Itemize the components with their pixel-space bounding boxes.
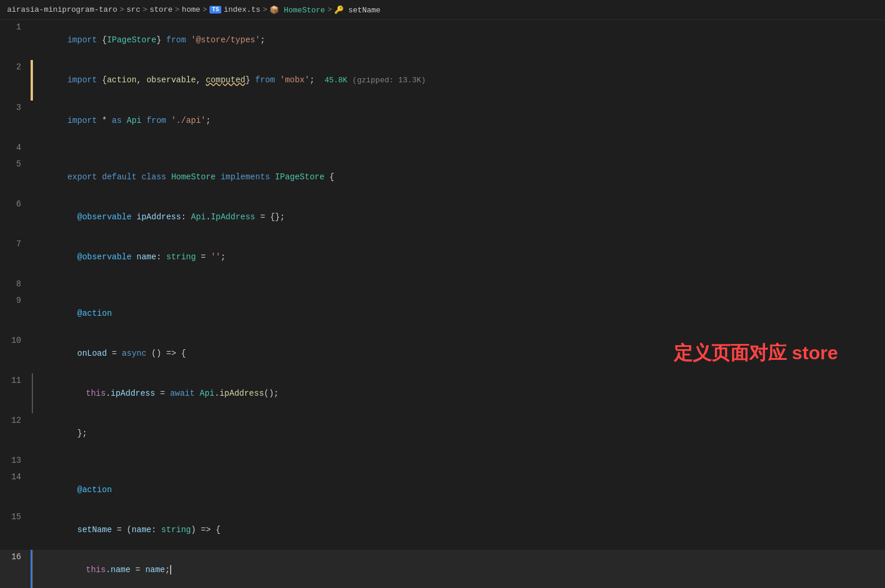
breadcrumb-item-setname[interactable]: 🔑 setName bbox=[334, 5, 380, 15]
line-code-12: }; bbox=[33, 413, 885, 453]
ts-badge: TS bbox=[209, 6, 221, 14]
code-line-15: 15 setName = (name: string) => { bbox=[0, 510, 885, 550]
line-number-4: 4 bbox=[0, 141, 31, 157]
breadcrumb-sep-6: > bbox=[327, 5, 332, 14]
line-number-8: 8 bbox=[0, 277, 31, 293]
line-number-1: 1 bbox=[0, 20, 31, 60]
line-number-13: 13 bbox=[0, 453, 31, 470]
breadcrumb-item-home[interactable]: home bbox=[182, 5, 200, 14]
code-line-5: 5 export default class HomeStore impleme… bbox=[0, 157, 885, 197]
code-line-6: 6 @observable ipAddress: Api.IpAddress =… bbox=[0, 197, 885, 237]
code-line-9: 9 @action bbox=[0, 293, 885, 333]
line-code-1: import {IPageStore} from '@store/types'; bbox=[33, 20, 885, 60]
breadcrumb-item-store[interactable]: store bbox=[149, 5, 172, 14]
line-code-8 bbox=[33, 277, 885, 293]
line-number-10: 10 bbox=[0, 333, 31, 373]
line-number-12: 12 bbox=[0, 413, 31, 453]
line-code-3: import * as Api from './api'; bbox=[33, 101, 885, 141]
breadcrumb-sep-1: > bbox=[119, 5, 124, 14]
line-code-5: export default class HomeStore implement… bbox=[33, 157, 885, 197]
code-line-4: 4 bbox=[0, 141, 885, 157]
line-number-9: 9 bbox=[0, 293, 31, 333]
code-line-13: 13 bbox=[0, 453, 885, 470]
line-code-13 bbox=[33, 453, 885, 470]
line-code-15: setName = (name: string) => { bbox=[33, 510, 885, 550]
breadcrumb-sep-5: > bbox=[263, 5, 268, 14]
code-line-1: 1 import {IPageStore} from '@store/types… bbox=[0, 20, 885, 60]
line-code-14: @action bbox=[33, 470, 885, 510]
breadcrumb-sep-3: > bbox=[175, 5, 179, 14]
code-line-2: 2 import {action, observable, computed} … bbox=[0, 60, 885, 101]
code-line-11: 11 this.ipAddress = await Api.ipAddress(… bbox=[0, 373, 885, 413]
breadcrumb-sep-2: > bbox=[142, 5, 147, 14]
line-number-2: 2 bbox=[0, 60, 31, 101]
line-number-16: 16 bbox=[0, 550, 31, 588]
line-number-5: 5 bbox=[0, 157, 31, 197]
line-code-7: @observable name: string = ''; bbox=[33, 237, 885, 277]
breadcrumb-item-file[interactable]: TS index.ts bbox=[209, 5, 260, 14]
line-number-3: 3 bbox=[0, 101, 31, 141]
line-code-9: @action bbox=[33, 293, 885, 333]
line-code-2: import {action, observable, computed} fr… bbox=[33, 60, 885, 101]
breadcrumb-item-project[interactable]: airasia-miniprogram-taro bbox=[7, 5, 117, 14]
line-number-15: 15 bbox=[0, 510, 31, 550]
code-line-7: 7 @observable name: string = ''; bbox=[0, 237, 885, 277]
line-code-16: this.name = name; bbox=[32, 550, 885, 588]
breadcrumb-item-homestore[interactable]: 📦 HomeStore bbox=[270, 5, 325, 15]
line-number-14: 14 bbox=[0, 470, 31, 510]
line-code-6: @observable ipAddress: Api.IpAddress = {… bbox=[33, 197, 885, 237]
breadcrumb-sep-4: > bbox=[202, 5, 207, 14]
code-line-12: 12 }; bbox=[0, 413, 885, 453]
line-number-6: 6 bbox=[0, 197, 31, 237]
line-code-4 bbox=[33, 141, 885, 157]
code-line-14: 14 @action bbox=[0, 470, 885, 510]
line-code-10: onLoad = async () => { bbox=[33, 333, 885, 373]
code-line-16: 16 this.name = name; bbox=[0, 550, 885, 588]
line-number-11: 11 bbox=[0, 373, 31, 413]
code-line-8: 8 bbox=[0, 277, 885, 293]
breadcrumb-item-src[interactable]: src bbox=[127, 5, 140, 14]
code-line-10: 10 onLoad = async () => { 定义页面对应 store bbox=[0, 333, 885, 373]
code-editor: 1 import {IPageStore} from '@store/types… bbox=[0, 20, 885, 588]
line-code-11: this.ipAddress = await Api.ipAddress(); bbox=[32, 373, 885, 413]
breadcrumb-bar: airasia-miniprogram-taro > src > store >… bbox=[0, 0, 885, 20]
code-line-3: 3 import * as Api from './api'; bbox=[0, 101, 885, 141]
line-number-7: 7 bbox=[0, 237, 31, 277]
